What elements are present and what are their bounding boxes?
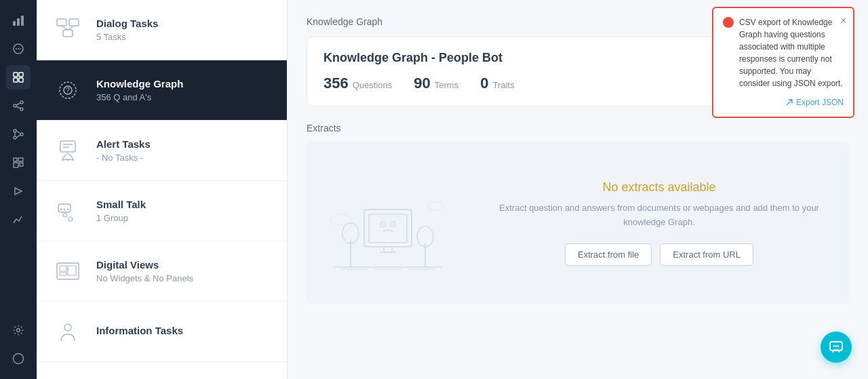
svg-point-73: [837, 345, 839, 346]
sidebar-item-dialog-tasks[interactable]: Dialog Tasks 5 Tasks: [37, 0, 287, 60]
dialog-tasks-title: Dialog Tasks: [96, 18, 273, 29]
svg-line-33: [68, 26, 74, 30]
svg-point-51: [64, 324, 71, 331]
extracts-illustration: [320, 169, 456, 277]
svg-point-69: [427, 202, 443, 210]
extracts-heading: No extracts available: [483, 180, 835, 195]
kg-terms-label: Terms: [435, 80, 458, 90]
share-nav-item[interactable]: [6, 94, 31, 118]
digital-views-icon: [50, 254, 85, 289]
svg-line-15: [16, 106, 20, 108]
sidebar: Dialog Tasks 5 Tasks ? Knowledge Graph 3…: [37, 0, 288, 379]
settings-nav-item[interactable]: [6, 318, 31, 342]
main-content: CSV export of Knowledge Graph having que…: [288, 0, 868, 379]
chat-fab-button[interactable]: [821, 332, 852, 363]
svg-line-14: [16, 103, 20, 105]
alert-tasks-icon: [50, 133, 85, 168]
icon-nav: [0, 0, 37, 379]
toast-error-icon: [723, 17, 734, 28]
kg-stat-traits: 0 Traits: [480, 75, 514, 92]
svg-point-17: [14, 136, 16, 139]
profile-nav-item[interactable]: [6, 346, 31, 371]
alert-tasks-info: Alert Tasks - No Tasks -: [96, 138, 273, 163]
sidebar-item-alert-tasks[interactable]: Alert Tasks - No Tasks -: [37, 121, 287, 181]
toast-notification: CSV export of Knowledge Graph having que…: [712, 7, 854, 118]
svg-point-28: [14, 354, 24, 364]
kg-traits-num: 0: [480, 75, 488, 92]
small-talk-sub: 1 Group: [96, 213, 273, 223]
svg-point-42: [63, 213, 67, 217]
svg-line-21: [16, 135, 20, 138]
svg-rect-48: [60, 266, 66, 271]
analytics-nav-item[interactable]: [6, 8, 31, 33]
sidebar-item-small-talk[interactable]: Small Talk 1 Group: [37, 181, 287, 241]
dialog-tasks-icon: [50, 12, 85, 47]
svg-point-46: [67, 209, 69, 211]
svg-point-71: [833, 345, 835, 346]
kg-questions-num: 356: [323, 75, 349, 92]
svg-rect-9: [14, 78, 18, 82]
toast-message: CSV export of Knowledge Graph having que…: [739, 18, 843, 88]
dialog-tasks-info: Dialog Tasks 5 Tasks: [96, 18, 273, 42]
svg-point-4: [16, 48, 17, 49]
svg-line-20: [16, 131, 20, 134]
svg-rect-30: [69, 19, 79, 26]
extract-from-file-button[interactable]: Extract from file: [565, 243, 652, 266]
flow-nav-item[interactable]: [6, 122, 31, 146]
svg-rect-0: [13, 21, 16, 26]
extracts-section-label: Extracts: [307, 123, 849, 134]
extracts-message: No extracts available Extract question a…: [483, 180, 835, 266]
alert-tasks-sub: - No Tasks -: [96, 153, 273, 163]
kg-questions-label: Questions: [353, 80, 393, 90]
dialog-tasks-sub: 5 Tasks: [96, 32, 273, 42]
digital-views-sub: No Widgets & No Panels: [96, 273, 273, 283]
information-tasks-info: Information Tasks: [96, 325, 273, 339]
svg-rect-59: [384, 247, 392, 252]
extract-from-url-button[interactable]: Extract from URL: [660, 243, 753, 266]
sidebar-item-digital-views[interactable]: Digital Views No Widgets & No Panels: [37, 241, 287, 302]
tasks-nav-item[interactable]: [6, 65, 31, 89]
svg-rect-49: [60, 273, 66, 275]
svg-rect-2: [21, 16, 24, 26]
alert-tasks-title: Alert Tasks: [96, 138, 273, 150]
svg-rect-1: [17, 18, 20, 26]
svg-text:?: ?: [66, 87, 70, 94]
publish-nav-item[interactable]: [6, 179, 31, 203]
chat-nav-item[interactable]: [6, 37, 31, 61]
small-talk-title: Small Talk: [96, 199, 273, 210]
extracts-buttons: Extract from file Extract from URL: [483, 243, 835, 266]
extracts-empty-state: No extracts available Extract question a…: [307, 142, 849, 304]
svg-rect-24: [14, 163, 18, 167]
svg-rect-8: [19, 73, 23, 77]
sidebar-item-knowledge-graph[interactable]: ? Knowledge Graph 356 Q and A's: [37, 60, 287, 121]
toast-close-button[interactable]: ×: [841, 14, 846, 28]
svg-rect-22: [14, 158, 17, 161]
svg-point-11: [20, 101, 23, 104]
chart-nav-item[interactable]: [6, 207, 31, 232]
svg-rect-25: [20, 163, 23, 166]
small-talk-icon: [50, 193, 85, 228]
knowledge-graph-icon: ?: [50, 73, 85, 108]
widgets-nav-item[interactable]: [6, 151, 31, 175]
export-json-label[interactable]: Export JSON: [796, 96, 844, 108]
svg-rect-31: [63, 30, 73, 37]
svg-point-68: [330, 214, 351, 225]
svg-rect-54: [369, 214, 407, 243]
svg-rect-29: [57, 19, 66, 26]
export-json-link[interactable]: Export JSON: [739, 96, 844, 108]
knowledge-graph-sub: 356 Q and A's: [96, 92, 273, 102]
svg-point-5: [18, 48, 19, 49]
svg-point-44: [60, 209, 62, 211]
svg-rect-50: [68, 266, 76, 275]
sidebar-item-information-tasks[interactable]: Information Tasks: [37, 302, 287, 362]
kg-stat-questions: 356 Questions: [323, 75, 392, 92]
digital-views-info: Digital Views No Widgets & No Panels: [96, 259, 273, 283]
svg-point-18: [20, 133, 23, 136]
svg-rect-7: [14, 73, 18, 77]
svg-rect-37: [60, 141, 75, 152]
svg-point-72: [835, 345, 837, 346]
knowledge-graph-info: Knowledge Graph 356 Q and A's: [96, 78, 273, 102]
information-tasks-icon: [50, 314, 85, 349]
svg-line-57: [382, 224, 384, 225]
svg-line-32: [62, 26, 68, 30]
